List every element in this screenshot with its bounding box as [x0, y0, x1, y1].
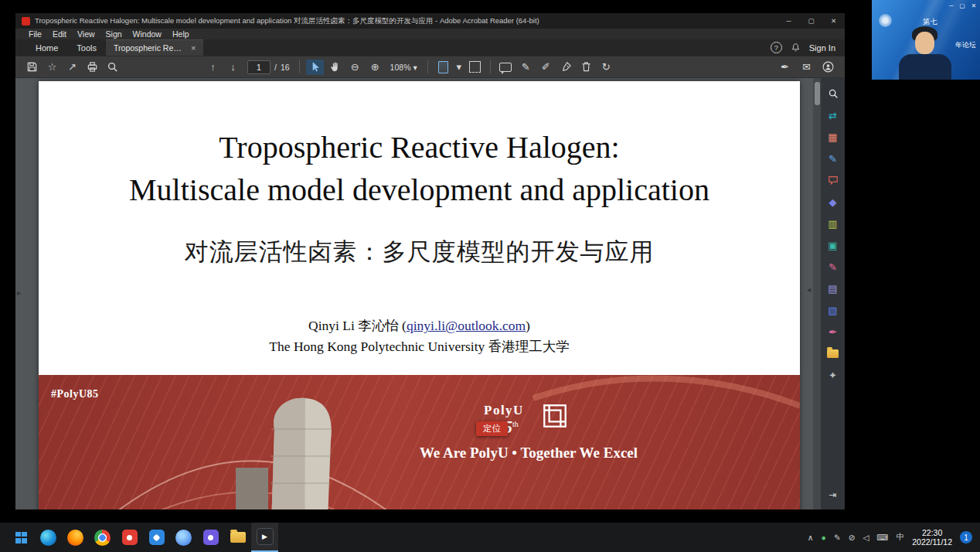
tray-volume-icon[interactable]: ◁	[863, 533, 869, 542]
edit-pdf-icon[interactable]: ✎	[826, 152, 840, 165]
email-icon[interactable]: ✉	[798, 60, 815, 75]
menu-edit[interactable]: Edit	[47, 29, 72, 39]
menu-window[interactable]: Window	[128, 29, 167, 39]
zoom-in-button[interactable]: ⊕	[366, 60, 384, 75]
windows-logo-icon	[15, 532, 27, 543]
files-folder-icon[interactable]	[826, 346, 840, 360]
pencil-tool-button[interactable]: ✎	[517, 60, 535, 75]
scan-ocr-icon[interactable]: ▥	[826, 216, 840, 230]
taskbar-purple-app-icon[interactable]	[197, 523, 224, 552]
tray-status-icon[interactable]: ●	[822, 533, 826, 542]
comment-panel-icon[interactable]	[826, 173, 840, 187]
menu-help[interactable]: Help	[167, 29, 195, 39]
tray-pen-icon[interactable]: ✎	[834, 533, 841, 542]
author-email-link[interactable]: qinyi.li@outlook.com	[407, 318, 526, 333]
scrollbar-thumb[interactable]	[815, 82, 820, 105]
next-page-button[interactable]: ↓	[224, 60, 242, 75]
page-number-input[interactable]	[247, 60, 271, 74]
menu-view[interactable]: View	[72, 29, 100, 39]
more-tools-icon[interactable]: ✦	[826, 368, 840, 382]
polyu-logo-text: PolyU	[484, 403, 524, 418]
ink-signature-icon[interactable]: ✒	[776, 60, 794, 75]
print-button[interactable]	[83, 60, 101, 75]
taskbar-chrome-icon[interactable]	[89, 523, 116, 552]
slide-affiliation: The Hong Kong Polytechnic University 香港理…	[39, 337, 800, 356]
favorites-star-icon[interactable]: ☆	[43, 60, 61, 75]
taskbar-firefox-icon[interactable]	[62, 523, 89, 552]
taskbar-red-app-icon[interactable]	[116, 523, 143, 552]
expand-left-pane-icon[interactable]: ▸	[17, 288, 21, 297]
webcam-caption-right: 年论坛	[955, 40, 976, 50]
zoom-level-dropdown[interactable]: 108% ▾	[386, 63, 421, 72]
rotate-view-button[interactable]: ↻	[597, 60, 615, 75]
export-pdf-icon[interactable]: ⇄	[826, 108, 840, 122]
taskbar-netdisk-app-icon[interactable]	[143, 523, 170, 552]
taskbar-media-app-icon[interactable]: ▶	[251, 523, 278, 552]
menu-sign[interactable]: Sign	[100, 29, 128, 39]
tab-document[interactable]: Tropospheric Reacti... ×	[106, 39, 203, 56]
search-tool-icon[interactable]	[826, 87, 840, 101]
tray-mute-icon[interactable]: ⊘	[849, 533, 856, 542]
slide-author-line: Qinyi Li 李沁怡 (qinyi.li@outlook.com)	[39, 316, 800, 335]
menu-file[interactable]: File	[23, 29, 47, 39]
tab-tools[interactable]: Tools	[67, 39, 106, 56]
tab-close-icon[interactable]: ×	[191, 43, 196, 53]
highlight-tool-button[interactable]: ✐	[537, 60, 555, 75]
slide-title-line1: Tropospheric Reactive Halogen:	[39, 126, 800, 169]
vertical-scrollbar[interactable]	[813, 78, 821, 509]
webcam-close-button[interactable]: ✕	[971, 2, 976, 9]
chevron-down-icon: ▾	[413, 63, 417, 72]
open-right-pane-icon[interactable]: ⇥	[829, 489, 836, 500]
share-icon[interactable]: ↗	[63, 60, 81, 75]
protect-icon[interactable]: ▣	[826, 238, 840, 252]
author-name: Qinyi Li 李沁怡 (	[308, 318, 407, 333]
fill-sign-icon[interactable]: ✎	[826, 260, 840, 274]
tab-home[interactable]: Home	[26, 39, 67, 56]
search-icon[interactable]	[104, 60, 121, 75]
desktop: Tropospheric Reactive Halogen: Multiscal…	[0, 0, 980, 552]
minimize-button[interactable]: ─	[778, 13, 800, 29]
polyu-banner: #PolyU85 PolyU 85 th 定位 We Are PolyU • T…	[39, 375, 800, 509]
stamp-icon[interactable]: ◆	[826, 195, 840, 209]
close-button[interactable]: ✕	[822, 13, 845, 29]
organize-pages-icon[interactable]: ▧	[826, 303, 840, 317]
prepare-form-icon[interactable]: ▤	[826, 281, 840, 295]
taskbar-browser-icon[interactable]	[170, 523, 197, 552]
certificate-sign-icon[interactable]: ✒	[826, 325, 840, 339]
presenter-face	[915, 32, 934, 54]
zoom-out-button[interactable]: ⊖	[346, 60, 364, 75]
tray-keyboard-icon[interactable]: ⌨	[877, 533, 889, 542]
locate-badge[interactable]: 定位	[476, 421, 508, 436]
notification-count-badge[interactable]: 1	[960, 531, 972, 543]
single-page-view-button[interactable]	[434, 60, 452, 75]
float-left-arrow-icon[interactable]: ◂	[807, 285, 811, 294]
tray-ime-indicator[interactable]: 中	[897, 532, 905, 543]
help-icon[interactable]: ?	[771, 42, 782, 53]
select-tool-button[interactable]	[306, 60, 324, 75]
window-controls: ─ ▢ ✕	[778, 13, 845, 29]
combine-files-icon[interactable]: ▦	[826, 130, 840, 144]
maximize-button[interactable]: ▢	[800, 13, 822, 29]
account-avatar-icon[interactable]	[819, 60, 837, 75]
hand-tool-button[interactable]	[326, 60, 344, 75]
windows-taskbar: ▶ ∧ ● ✎ ⊘ ◁ ⌨ 中 22:30 2022/11/12 1	[0, 523, 980, 552]
taskbar-clock[interactable]: 22:30 2022/11/12	[912, 528, 952, 547]
page-view-caret-icon[interactable]: ▾	[454, 60, 464, 75]
start-button[interactable]	[8, 523, 35, 552]
fill-sign-tool-button[interactable]	[557, 60, 575, 75]
document-area: ▸ Tropospheric Reactive Halogen: Multisc…	[15, 78, 845, 509]
tray-chevron-up-icon[interactable]: ∧	[808, 533, 814, 542]
slide-title: Tropospheric Reactive Halogen: Multiscal…	[39, 81, 800, 211]
notifications-bell-icon[interactable]	[791, 43, 801, 53]
play-icon: ▶	[257, 528, 274, 545]
comment-tool-button[interactable]	[497, 60, 515, 75]
taskbar-file-explorer-icon[interactable]	[224, 523, 251, 552]
sign-in-button[interactable]: Sign In	[809, 43, 835, 53]
webcam-maximize-button[interactable]: ▢	[960, 2, 965, 9]
taskbar-edge-icon[interactable]	[35, 523, 62, 552]
scrolling-view-button[interactable]	[466, 60, 484, 75]
previous-page-button[interactable]: ↑	[204, 60, 222, 75]
save-button[interactable]	[23, 60, 41, 75]
trash-button[interactable]	[577, 60, 595, 75]
webcam-minimize-button[interactable]: ─	[949, 2, 953, 9]
